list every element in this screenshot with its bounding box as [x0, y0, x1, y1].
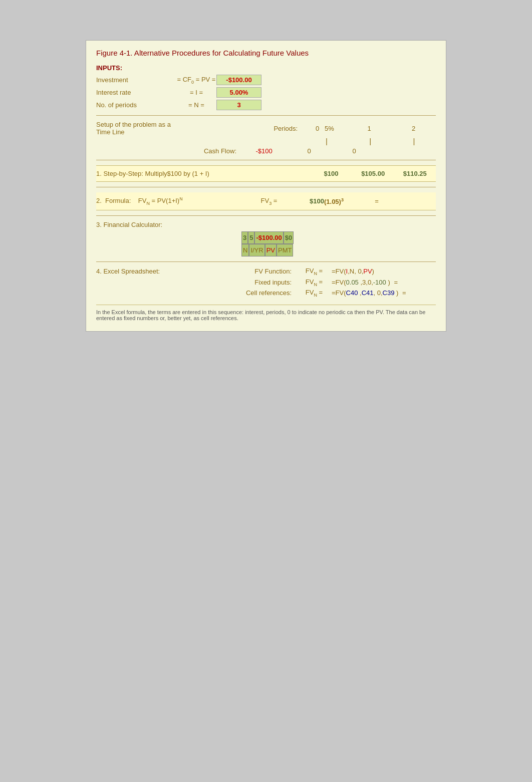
- calc-iyr-val: 5: [248, 231, 254, 244]
- fv-pv: PV: [363, 268, 372, 275]
- periods-label: No. of periods: [96, 101, 176, 109]
- cashflow-label: Cash Flow:: [96, 147, 241, 155]
- excel-fixed-formula: =FV(0.05 ,3,0,-100 ) =: [332, 279, 436, 286]
- calc-values-row: 3 5 -$100.00 $0: [96, 231, 436, 244]
- figure-box: Figure 4-1. Alternative Procedures for C…: [86, 40, 446, 332]
- investment-label: Investment: [96, 76, 176, 84]
- fv-cell-eq: =: [402, 289, 406, 297]
- calc-main-label: 3. Financial Calculator:: [96, 221, 436, 228]
- periods-value: 3: [216, 100, 261, 110]
- divider-4: [96, 215, 436, 216]
- fv-fixed-2: -100: [373, 279, 386, 286]
- excel-fixed-row: Fixed inputs: FVN = =FV(0.05 ,3,0,-100 )…: [96, 278, 436, 287]
- investment-row: Investment = CF0 = PV = -$100.00: [96, 75, 436, 85]
- divider-5: [96, 262, 436, 262]
- step-row: 1. Step-by-Step: Multiply$100 by (1 + I)…: [96, 170, 436, 177]
- interest-rate-value: 5.00%: [216, 87, 261, 98]
- periods-col-label: Periods:: [274, 125, 298, 132]
- setup-label: Setup of the problem as aTime Line: [96, 121, 274, 136]
- fv-cell-2: C41: [362, 289, 374, 297]
- investment-value: -$100.00: [216, 75, 261, 85]
- inputs-label: INPUTS:: [96, 64, 436, 72]
- cashflow-row: Cash Flow: -$100 0 0: [96, 147, 436, 155]
- period-2: 2: [391, 125, 436, 132]
- divider-2: [96, 160, 436, 160]
- excel-fv-function-label: FV Function:: [241, 268, 297, 275]
- cf-val-0: -$100: [241, 147, 287, 155]
- divider-3: [96, 187, 436, 187]
- calculator-section: 3. Financial Calculator: 3 5 -$100.00 $0…: [96, 221, 436, 256]
- cf-val-1: 0: [287, 147, 332, 155]
- excel-cell-formula: =FV(C40 ,C41, 0,C39 ) =: [332, 289, 436, 297]
- fv-cell-1: C40: [346, 289, 358, 297]
- calc-n-val: 3: [241, 231, 248, 244]
- excel-main-row: 4. Excel Spreadsheet: FV Function: FVN =…: [96, 267, 436, 276]
- excel-fv-formula: =FV(I,N, 0,PV): [332, 268, 436, 275]
- interest-rate-label: Interest rate: [96, 89, 176, 96]
- fv-sub-3: N: [314, 293, 317, 298]
- fv-fixed-1: 0.05: [346, 279, 359, 286]
- pipe-2: |: [392, 137, 436, 145]
- calc-iyr-label: I/YR: [249, 244, 264, 256]
- formula-exp: 3: [341, 197, 344, 202]
- formula-section: 2. Formula: FVN = PV(1+I)N FV3 = $100(1.…: [96, 192, 436, 210]
- calc-pv-label: PV: [265, 244, 277, 256]
- step-label: 1. Step-by-Step: Multiply$100 by (1 + I): [96, 170, 310, 177]
- period-0: 0 5%: [303, 125, 347, 132]
- formula-label: 2. Formula: FVN = PV(1+I)N: [96, 196, 246, 206]
- periods-eq: = N =: [176, 101, 216, 109]
- step-val-1: $105.00: [352, 170, 394, 177]
- excel-cell-label: Cell references:: [241, 289, 297, 297]
- step-val-0: $100: [310, 170, 352, 177]
- periods-row: No. of periods = N = 3: [96, 100, 436, 110]
- fv3-sub: 3: [269, 200, 272, 205]
- period-1: 1: [347, 125, 392, 132]
- step-val-2: $110.25: [394, 170, 436, 177]
- formula-fv3: FV3 =: [246, 197, 292, 206]
- calc-pv-val: -$100.00: [254, 231, 283, 244]
- calc-labels-row: N I/YR PV PMT: [96, 244, 436, 256]
- excel-fixed-fv: FVN =: [297, 278, 332, 287]
- timeline-section: Setup of the problem as aTime Line Perio…: [96, 121, 436, 155]
- fv-fixed-eq: =: [394, 279, 398, 286]
- pipe-row: | | |: [96, 137, 436, 145]
- excel-section: 4. Excel Spreadsheet: FV Function: FVN =…: [96, 267, 436, 298]
- pipe-0: |: [305, 137, 348, 145]
- formula-row: 2. Formula: FVN = PV(1+I)N FV3 = $100(1.…: [96, 196, 436, 206]
- fv-sub-1: N: [314, 271, 317, 276]
- cf-val-2: 0: [332, 147, 377, 155]
- figure-title: Figure 4-1. Alternative Procedures for C…: [96, 49, 436, 57]
- interest-rate-eq: = I =: [176, 89, 216, 96]
- calc-n-label: N: [241, 244, 249, 256]
- excel-cell-row: Cell references: FVN = =FV(C40 ,C41, 0,C…: [96, 289, 436, 298]
- fv-cell-3: C39: [383, 289, 395, 297]
- calc-pmt-label: PMT: [277, 244, 293, 256]
- timeline-header: Setup of the problem as aTime Line Perio…: [96, 121, 436, 136]
- investment-eq: = CF0 = PV =: [176, 76, 216, 85]
- calc-pmt-val: $0: [284, 231, 294, 244]
- footer-note: In the Excel formula, the terms are ente…: [96, 305, 436, 321]
- step-section: 1. Step-by-Step: Multiply$100 by (1 + I)…: [96, 165, 436, 182]
- divider-1: [96, 115, 436, 116]
- excel-fixed-label: Fixed inputs:: [241, 279, 297, 286]
- formula-rhs: $100(1.05)3: [292, 197, 362, 205]
- excel-main-label: 4. Excel Spreadsheet:: [96, 268, 241, 275]
- excel-cell-fv: FVN =: [297, 289, 332, 298]
- interest-rate-row: Interest rate = I = 5.00%: [96, 87, 436, 98]
- formula-eq: =: [362, 197, 392, 205]
- excel-fv-fv: FVN =: [297, 267, 332, 276]
- cf-subscript: 0: [191, 79, 194, 84]
- pipe-1: |: [349, 137, 392, 145]
- fv-i: I: [346, 268, 348, 275]
- fv-sup-n: N: [179, 196, 183, 201]
- fv-sub-2: N: [314, 282, 317, 287]
- fv-sub-n: N: [146, 201, 150, 206]
